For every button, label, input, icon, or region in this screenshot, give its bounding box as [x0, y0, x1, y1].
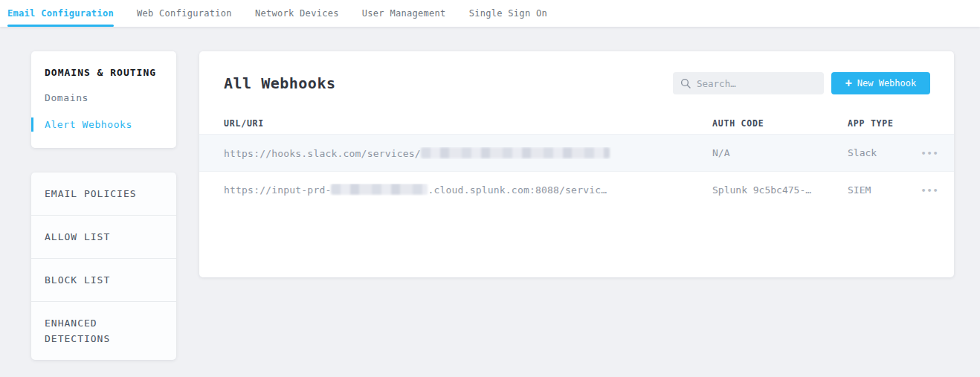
webhook-url-cell: https://hooks.slack.com/services/	[224, 147, 712, 159]
sidebar-item-alert-webhooks[interactable]: Alert Webhooks	[31, 117, 176, 132]
plus-icon: +	[845, 78, 852, 89]
page-body: DOMAINS & ROUTING Domains Alert Webhooks…	[0, 27, 980, 360]
top-nav: Email Configuration Web Configuration Ne…	[0, 0, 980, 27]
row-menu-icon[interactable]: •••	[921, 186, 939, 196]
header-url-uri: URL/URI	[224, 118, 712, 129]
tab-web-configuration[interactable]: Web Configuration	[137, 0, 232, 27]
search-box[interactable]	[673, 72, 824, 94]
search-icon	[680, 78, 691, 88]
sidebar-item-enhanced-detections[interactable]: ENHANCED DETECTIONS	[31, 302, 176, 360]
row-actions-cell: •••	[906, 147, 939, 158]
url-prefix: https://input-prd-	[224, 184, 331, 196]
domains-routing-title: DOMAINS & ROUTING	[31, 67, 176, 78]
tab-user-management[interactable]: User Management	[362, 0, 446, 27]
tab-single-sign-on[interactable]: Single Sign On	[469, 0, 547, 27]
sidebar: DOMAINS & ROUTING Domains Alert Webhooks…	[31, 51, 176, 360]
header-auth-code: AUTH CODE	[712, 118, 848, 129]
domains-routing-card: DOMAINS & ROUTING Domains Alert Webhooks	[31, 51, 176, 148]
search-input[interactable]	[697, 78, 816, 89]
panel-header: All Webhooks + New Webhook	[199, 51, 954, 112]
sidebar-item-allow-list[interactable]: ALLOW LIST	[31, 216, 176, 259]
tab-network-devices[interactable]: Network Devices	[255, 0, 339, 27]
table-row[interactable]: https://input-prd-.cloud.splunk.com:8088…	[199, 171, 954, 207]
redacted-url-segment	[421, 147, 610, 158]
auth-code-cell: N/A	[712, 147, 848, 158]
new-webhook-button[interactable]: + New Webhook	[831, 72, 930, 94]
header-app-type: APP TYPE	[848, 118, 906, 129]
page-title: All Webhooks	[224, 74, 336, 92]
url-prefix: https://hooks.slack.com/services/	[224, 148, 421, 159]
sidebar-item-domains[interactable]: Domains	[31, 91, 176, 105]
table-header-row: URL/URI AUTH CODE APP TYPE	[199, 112, 954, 135]
redacted-url-segment	[331, 184, 428, 195]
sidebar-item-block-list[interactable]: BLOCK LIST	[31, 259, 176, 302]
new-webhook-button-label: New Webhook	[857, 78, 916, 88]
row-actions-cell: •••	[906, 184, 939, 196]
url-suffix: .cloud.splunk.com:8088/servic…	[428, 184, 607, 196]
table-row[interactable]: https://hooks.slack.com/services/ N/A Sl…	[199, 135, 954, 171]
sidebar-item-email-policies[interactable]: EMAIL POLICIES	[31, 173, 176, 216]
webhooks-table: URL/URI AUTH CODE APP TYPE https://hooks…	[199, 112, 954, 207]
webhooks-panel: All Webhooks + New Webhook URL/URI	[199, 51, 954, 277]
tab-email-configuration[interactable]: Email Configuration	[7, 0, 114, 27]
sidebar-sections-card: EMAIL POLICIES ALLOW LIST BLOCK LIST ENH…	[31, 173, 176, 360]
webhook-url-cell: https://input-prd-.cloud.splunk.com:8088…	[224, 184, 712, 196]
row-menu-icon[interactable]: •••	[921, 149, 939, 158]
app-type-cell: SIEM	[848, 184, 906, 196]
header-actions: + New Webhook	[673, 72, 930, 94]
auth-code-cell: Splunk 9c5bc475-…	[712, 184, 848, 196]
app-type-cell: Slack	[848, 147, 906, 158]
